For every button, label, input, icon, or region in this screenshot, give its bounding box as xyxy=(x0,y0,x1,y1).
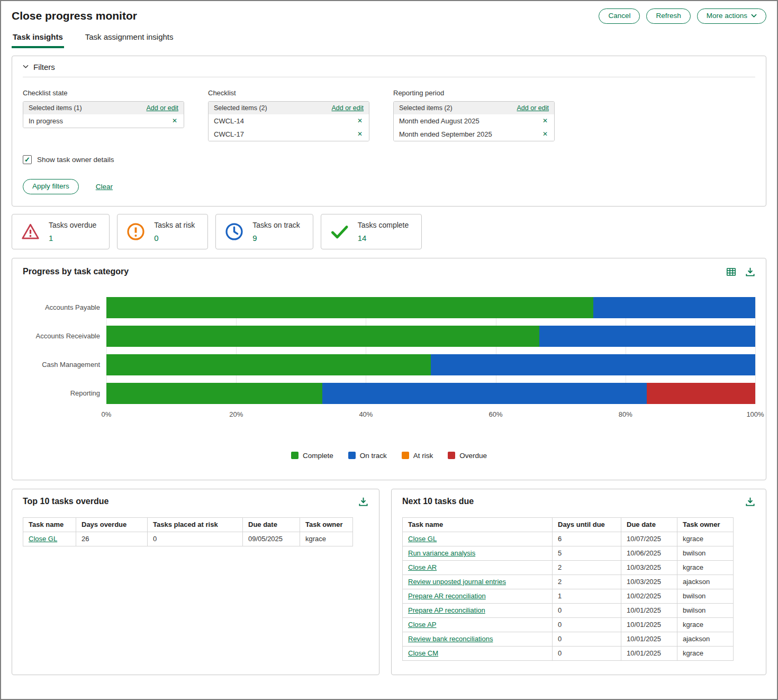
bar-segment-complete[interactable] xyxy=(106,297,593,318)
table-row: Close GL610/07/2025kgrace xyxy=(403,532,734,546)
legend-swatch xyxy=(448,452,455,459)
show-task-owner-details-option[interactable]: ✓ Show task owner details xyxy=(23,155,114,164)
checkbox-checked-icon[interactable]: ✓ xyxy=(23,155,32,164)
chart-legend: CompleteOn trackAt riskOverdue xyxy=(23,452,755,460)
summary-card-tasks-overdue: Tasks overdue1 xyxy=(12,214,110,249)
task-link[interactable]: Close GL xyxy=(408,535,437,543)
bar-segment-on-track[interactable] xyxy=(322,383,647,404)
task-link[interactable]: Close AR xyxy=(408,563,437,571)
legend-item-complete: Complete xyxy=(291,452,333,460)
table-cell: 26 xyxy=(76,532,148,546)
filter-group-checklist-state: Checklist stateSelected items (1)Add or … xyxy=(23,89,184,141)
remove-item-icon[interactable]: ✕ xyxy=(541,117,549,124)
axis-tick-label: 60% xyxy=(489,410,503,418)
download-icon[interactable] xyxy=(745,497,755,507)
legend-swatch xyxy=(348,452,356,459)
remove-item-icon[interactable]: ✕ xyxy=(356,130,364,138)
bar-segment-on-track[interactable] xyxy=(431,354,755,375)
table-row: Run variance analysis510/06/2025bwilson xyxy=(403,546,734,560)
top-10-tasks-overdue-panel: Top 10 tasks overdue Task nameDays overd… xyxy=(12,489,379,675)
table-cell: ajackson xyxy=(677,632,734,646)
table-row: Prepare AP reconciliation010/01/2025bwil… xyxy=(403,603,734,617)
task-link[interactable]: Review bank reconciliations xyxy=(408,635,493,643)
filter-group-checklist: ChecklistSelected items (2)Add or editCW… xyxy=(208,89,369,141)
remove-item-icon[interactable]: ✕ xyxy=(541,130,549,138)
apply-filters-button[interactable]: Apply filters xyxy=(23,179,79,194)
table-cell: Prepare AR reconciliation xyxy=(403,589,553,603)
due-table-title: Next 10 tasks due xyxy=(402,497,474,506)
legend-item-on-track: On track xyxy=(348,452,387,460)
table-row: Prepare AR reconciliation110/02/2025bwil… xyxy=(403,589,734,603)
add-or-edit-link[interactable]: Add or edit xyxy=(147,104,178,112)
page-title: Close progress monitor xyxy=(12,10,137,22)
remove-item-icon[interactable]: ✕ xyxy=(171,117,178,124)
legend-item-at-risk: At risk xyxy=(402,452,433,460)
column-header-days-overdue: Days overdue xyxy=(76,517,148,532)
chevron-down-icon xyxy=(23,65,29,69)
add-or-edit-link[interactable]: Add or edit xyxy=(332,104,364,112)
clear-filters-link[interactable]: Clear xyxy=(96,183,113,191)
more-actions-label: More actions xyxy=(707,12,747,20)
divider xyxy=(23,77,755,77)
page-header: Close progress monitor Cancel Refresh Mo… xyxy=(1,1,777,28)
task-link[interactable]: Review unposted journal entries xyxy=(408,578,506,586)
more-actions-button[interactable]: More actions xyxy=(697,8,766,24)
filter-selection-box: Selected items (1)Add or editIn progress… xyxy=(23,101,184,128)
axis-tick-label: 100% xyxy=(746,410,764,418)
tab-task-insights[interactable]: Task insights xyxy=(12,32,64,48)
add-or-edit-link[interactable]: Add or edit xyxy=(517,104,549,112)
table-cell: Close AP xyxy=(403,617,553,632)
table-row: Close CM010/01/2025kgrace xyxy=(403,646,734,660)
task-link[interactable]: Close CM xyxy=(408,649,438,657)
filters-collapse-header[interactable]: Filters xyxy=(23,62,55,71)
filters-panel: Filters Checklist stateSelected items (1… xyxy=(12,56,766,207)
check-glyph: ✓ xyxy=(24,156,30,163)
legend-swatch xyxy=(402,452,409,459)
column-header-due-date: Due date xyxy=(243,517,300,532)
task-link[interactable]: Close GL xyxy=(29,535,57,543)
card-text: Tasks at risk0 xyxy=(154,221,195,243)
bar-segment-on-track[interactable] xyxy=(539,326,755,347)
overdue-table-title: Top 10 tasks overdue xyxy=(23,497,108,506)
axis-tick-label: 20% xyxy=(229,410,243,418)
warning-triangle-icon xyxy=(21,222,40,241)
cancel-button[interactable]: Cancel xyxy=(599,8,640,24)
download-icon[interactable] xyxy=(745,267,755,277)
card-label: Tasks complete xyxy=(358,221,409,229)
tab-bar: Task insights Task assignment insights xyxy=(1,32,777,48)
overdue-tasks-table: Task nameDays overdueTasks placed at ris… xyxy=(23,517,353,546)
table-view-icon[interactable] xyxy=(726,267,736,277)
filter-item-label: CWCL-14 xyxy=(214,117,244,125)
table-cell: 0 xyxy=(148,532,243,546)
table-cell: Review unposted journal entries xyxy=(403,575,553,589)
tab-task-assignment-insights[interactable]: Task assignment insights xyxy=(84,32,175,48)
bar-segment-overdue[interactable] xyxy=(647,383,755,404)
table-cell: kgrace xyxy=(677,532,734,546)
remove-item-icon[interactable]: ✕ xyxy=(356,117,364,124)
task-link[interactable]: Prepare AP reconciliation xyxy=(408,606,485,614)
bar-segment-on-track[interactable] xyxy=(593,297,756,318)
table-cell: bwilson xyxy=(677,603,734,617)
card-value: 9 xyxy=(252,234,300,243)
column-header-task-owner: Task owner xyxy=(677,517,734,532)
bar-segment-complete[interactable] xyxy=(106,326,539,347)
due-panel-header: Next 10 tasks due xyxy=(402,497,755,507)
bar-segment-complete[interactable] xyxy=(106,354,431,375)
progress-by-task-category-panel: Progress by task category Accounts Payab… xyxy=(12,258,766,480)
legend-label: On track xyxy=(360,452,387,460)
task-link[interactable]: Run variance analysis xyxy=(408,549,475,557)
table-cell: Close AR xyxy=(403,560,553,575)
task-link[interactable]: Close AP xyxy=(408,621,436,629)
refresh-button[interactable]: Refresh xyxy=(646,8,690,24)
task-link[interactable]: Prepare AR reconciliation xyxy=(408,592,486,600)
selected-items-count: Selected items (1) xyxy=(29,104,82,112)
table-cell: 1 xyxy=(553,589,621,603)
table-cell: 10/02/2025 xyxy=(621,589,677,603)
bar-segment-complete[interactable] xyxy=(106,383,322,404)
table-cell: Review bank reconciliations xyxy=(403,632,553,646)
filter-item-label: Month ended September 2025 xyxy=(399,130,492,138)
stacked-bar-chart: Accounts PayableAccounts ReceivableCash … xyxy=(23,297,755,404)
legend-swatch xyxy=(291,452,298,459)
filter-item-label: In progress xyxy=(29,117,63,125)
download-icon[interactable] xyxy=(358,497,368,507)
